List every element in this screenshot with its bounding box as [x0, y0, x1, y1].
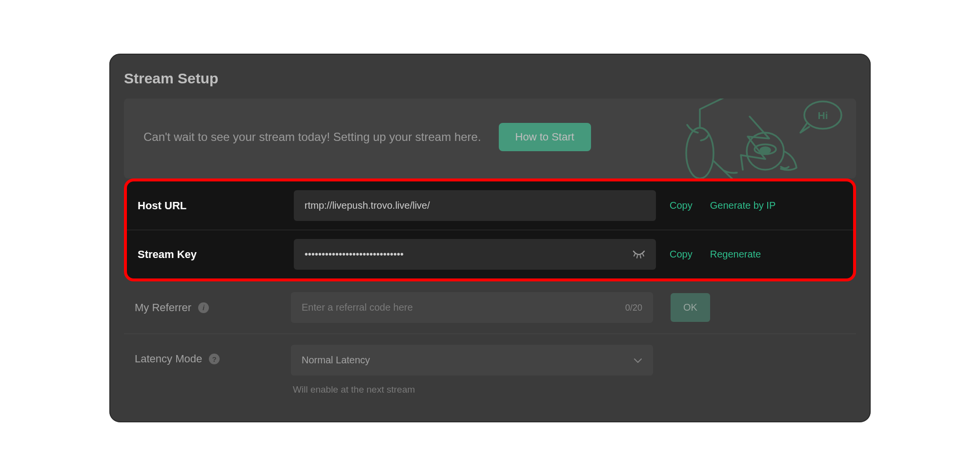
svg-point-2	[755, 144, 776, 154]
eye-closed-icon[interactable]	[633, 250, 645, 259]
latency-label: Latency Mode	[135, 353, 202, 365]
host-url-label: Host URL	[138, 199, 186, 212]
host-url-copy-button[interactable]: Copy	[666, 200, 696, 211]
referrer-input-wrap: 0/20	[291, 292, 653, 323]
mascot-illustration: Hi	[681, 99, 847, 178]
host-url-label-area: Host URL	[138, 199, 284, 212]
chevron-down-icon	[633, 357, 642, 363]
svg-point-3	[760, 147, 770, 153]
latency-hint: Will enable at the next stream	[291, 384, 653, 395]
referrer-label-area: My Referrer i	[135, 301, 281, 314]
svg-point-1	[747, 133, 784, 170]
host-url-value: rtmp://livepush.trovo.live/live/	[305, 200, 430, 211]
latency-label-area: Latency Mode ?	[135, 345, 281, 365]
info-icon[interactable]: i	[198, 302, 209, 313]
mascot-bubble-text: Hi	[818, 110, 828, 121]
stream-key-value: •••••••••••••••••••••••••••••	[305, 249, 404, 260]
how-to-start-button[interactable]: How to Start	[499, 123, 591, 151]
referrer-char-count: 0/20	[625, 302, 642, 313]
referrer-label: My Referrer	[135, 301, 191, 314]
latency-row: Latency Mode ? Normal Latency Will enabl…	[124, 334, 856, 402]
setup-banner: Can't wait to see your stream today! Set…	[124, 99, 856, 178]
referrer-input[interactable]	[291, 292, 653, 323]
stream-setup-panel: Stream Setup Can't wait to see your stre…	[109, 54, 871, 422]
stream-key-field[interactable]: •••••••••••••••••••••••••••••	[294, 239, 656, 270]
latency-selected: Normal Latency	[302, 355, 370, 366]
form-content: Host URL rtmp://livepush.trovo.live/live…	[124, 178, 856, 402]
stream-key-label: Stream Key	[138, 248, 197, 261]
stream-key-label-area: Stream Key	[138, 248, 284, 261]
help-icon[interactable]: ?	[209, 354, 220, 364]
referrer-ok-button[interactable]: OK	[671, 293, 710, 322]
host-url-row: Host URL rtmp://livepush.trovo.live/live…	[127, 181, 853, 230]
banner-text: Can't wait to see your stream today! Set…	[143, 130, 481, 144]
host-url-field[interactable]: rtmp://livepush.trovo.live/live/	[294, 190, 656, 221]
svg-point-4	[804, 101, 841, 129]
stream-key-copy-button[interactable]: Copy	[666, 249, 696, 260]
latency-select-wrap: Normal Latency Will enable at the next s…	[291, 345, 653, 395]
host-url-generate-button[interactable]: Generate by IP	[706, 200, 780, 211]
referrer-row: My Referrer i 0/20 OK	[124, 281, 856, 334]
page-title: Stream Setup	[124, 70, 856, 87]
svg-point-0	[686, 128, 714, 178]
stream-key-row: Stream Key •••••••••••••••••••••••••••••…	[127, 230, 853, 278]
latency-select[interactable]: Normal Latency	[291, 345, 653, 376]
highlighted-section: Host URL rtmp://livepush.trovo.live/live…	[124, 178, 856, 281]
stream-key-regenerate-button[interactable]: Regenerate	[706, 249, 765, 260]
